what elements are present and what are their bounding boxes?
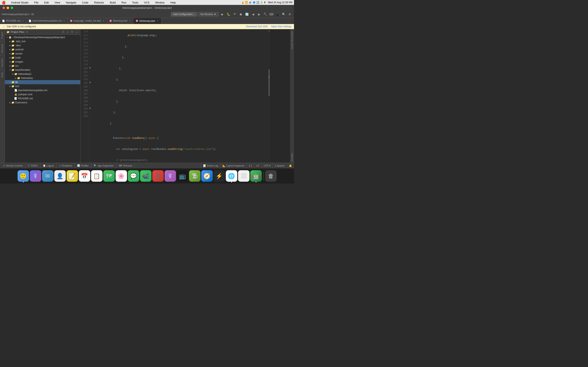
tree-hebrewkey[interactable]: ▶ 📁 hebrewkey [5,76,80,80]
menubar-file[interactable]: File [33,1,40,4]
encoding[interactable]: UTF-8 [261,163,273,169]
layout-inspector-item[interactable]: 📐 Layout Inspector [220,163,247,169]
tab-dictionary-close[interactable]: ✕ [156,20,159,22]
tree-ios[interactable]: ▶ 📁 ios [5,64,80,68]
logcat-tab[interactable]: 📋 Logcat [40,163,57,169]
download-dart-sdk-link[interactable]: Download Dart SDK [246,25,268,28]
stop-button[interactable]: ⏹ [238,12,243,17]
tree-assets[interactable]: ▶ 📁 assets [5,52,80,56]
breadcrumb-folder[interactable]: lib [31,13,34,16]
menubar-build[interactable]: Build [109,1,117,4]
build-button[interactable]: 🔨 [263,12,268,17]
emulator-label[interactable]: Emulator [291,151,294,163]
problems-tab[interactable]: ⚠ Problems [57,163,75,169]
terminal-button[interactable]: ⌨ [269,12,274,17]
menubar-code[interactable]: Code [81,1,90,4]
tab-language-model-close[interactable]: ✕ [102,19,105,22]
dock-maps[interactable]: 🗺 [103,170,115,182]
line-ending[interactable]: LF [254,163,261,169]
menubar-run[interactable]: Run [120,1,128,4]
panel-close-btn[interactable]: — [75,30,79,34]
tree-lib[interactable]: ▼ 📁 lib [5,80,80,84]
left-panel-favorites[interactable]: Favorites [0,55,5,70]
profiler-tab[interactable]: 📊 Profiler [75,163,91,169]
menubar-android-studio[interactable]: Android Studio [10,1,30,4]
left-panel-structure[interactable]: Structure [0,41,5,55]
editor-scrollbar[interactable]: 4 [268,29,270,163]
left-panel-build[interactable]: Build [0,70,5,80]
dock-photos[interactable]: 🌸 [116,170,127,182]
todo-tab[interactable]: ☑ TODO [25,163,40,169]
panel-expand-btn[interactable]: ≡ [66,30,70,34]
tab-meaning-close[interactable]: ✕ [129,19,131,22]
settings-button[interactable]: ⚙ [287,12,292,17]
run-coverage-button[interactable]: ☂ [232,12,237,17]
terminal-tab[interactable]: ⌨ Terminal [116,163,135,169]
device-manager-button[interactable]: 📱 [275,12,280,17]
tab-dictionary[interactable]: 🎯 Dictionary.dart ✕ [134,18,161,24]
search-everywhere-button[interactable]: 🔍 [281,12,286,17]
version-control-tab[interactable]: ⎇ Version Control [0,163,25,169]
run-button[interactable]: ▶ [220,12,225,17]
tree-root[interactable]: ▼ 🏠 ~/Desktop/HebrewApp/Hebrewappupdatep… [5,35,80,39]
dock-mail[interactable]: ✉ [42,170,53,182]
bookmark2-icon[interactable]: ▶ [90,81,91,83]
tab-learnhebrew-close[interactable]: ✕ [63,19,66,22]
forward-button[interactable]: ▶ [256,12,262,17]
tree-hebrewkey2[interactable]: ▶ 📁 hebrewkey2 [5,72,80,76]
tree-extensions[interactable]: ▶ 📁 Extensions [5,100,80,105]
menubar-vcs[interactable]: VCS [143,1,151,4]
tree-images[interactable]: ▶ 📁 images [5,60,80,64]
tree-test[interactable]: ▶ 📁 test [5,84,80,88]
tree-keyinfomation[interactable]: ▼ 📁 keyinfomation [5,68,80,72]
open-dart-settings-link[interactable]: Open Dart settings [271,25,292,28]
dock-finder[interactable]: 🙂 [17,170,29,182]
dock-calendar[interactable]: 📅 [79,170,90,182]
dock-appletv[interactable]: 📺 [177,170,188,182]
menubar-tools[interactable]: Tools [131,1,139,4]
add-configuration-button[interactable]: Add Configuration... [171,12,197,17]
indent-setting[interactable]: 2 spaces [273,163,287,169]
notifications-icon[interactable]: 🔔 [287,163,294,169]
event-log-item[interactable]: 📝 Event Log [201,163,220,169]
tree-build[interactable]: ▶ 📁 build [5,56,80,60]
tree-android[interactable]: ▶ 📁 android [5,48,80,52]
tree-learnhebrew-file[interactable]: 📄 learnhebrewiosupdates.iml [5,88,80,92]
dock-trash[interactable]: 🗑 [265,170,277,182]
left-panel-project[interactable]: Project [0,29,5,41]
tree-readme-file[interactable]: 📝 README.md [5,96,80,100]
dock-notes[interactable]: 📝 [67,170,78,182]
apple-menu[interactable]: 🍎 [2,1,6,4]
tree-dart-tool[interactable]: ▶ 📁 .dart_tool [5,39,80,43]
dock-reminders[interactable]: 📋 [91,170,103,182]
menubar-refactor[interactable]: Refactor [93,1,105,4]
dock-preview[interactable]: 🖼 [238,170,250,182]
tab-meaning[interactable]: 🎯 Meaning.dart ✕ [107,18,134,24]
maximize-button[interactable] [11,7,13,9]
bookmark3-icon[interactable]: ▶ [90,107,91,109]
no-devices-button[interactable]: No Devices ▼ [198,12,219,17]
tree-idea[interactable]: ▶ 📁 .idea [5,43,80,48]
dock-messages[interactable]: 💬 [128,170,139,182]
menubar-navigate[interactable]: Navigate [65,1,78,4]
backward-button[interactable]: ◀ [250,12,256,17]
dock-facetime[interactable]: 📹 [140,170,151,182]
tab-language-model[interactable]: 🎯 language_model_list.dart ✕ [68,18,107,24]
dock-siri[interactable]: 🎙 [30,170,41,182]
dock-prompt[interactable]: ⚡ [214,170,225,182]
menubar-window[interactable]: Window [154,1,166,4]
dock-safari[interactable]: 🧭 [201,170,213,182]
menubar-edit[interactable]: Edit [43,1,50,4]
project-dropdown-icon[interactable]: ▼ [26,31,28,33]
device-file-explorer-label[interactable]: Device File Explorer [291,29,294,50]
dock-android-studio[interactable]: 🤖 [250,170,262,182]
dock-podcasts[interactable]: 🎙 [164,170,176,182]
tab-readme-close[interactable]: ✕ [21,19,24,22]
debug-button[interactable]: 🐛 [226,12,231,17]
close-button[interactable] [2,7,5,9]
menubar-view[interactable]: View [53,1,61,4]
bookmark-icon[interactable]: ▶ [90,67,91,69]
tree-pubspec[interactable]: 🔒 pubspec.lock [5,92,80,96]
code-editor[interactable]: print(language.eng); }, ), ), ), [94,29,268,163]
sync-button[interactable]: 🔄 [244,12,250,17]
